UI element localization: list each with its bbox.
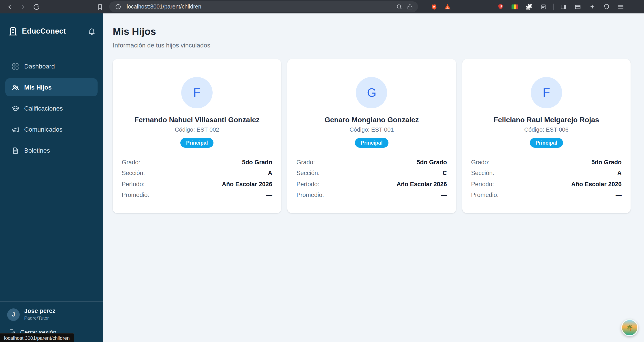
adblock-extension-button[interactable] (494, 1, 506, 12)
brave-rewards-triangle-icon (444, 4, 451, 10)
detail-value: 5do Grado (417, 158, 447, 166)
sidebar-item-mis-hijos[interactable]: Mis Hijos (5, 78, 98, 96)
extensions-puzzle-button[interactable]: 🧩 (523, 1, 535, 12)
sidebar-item-label: Comunicados (24, 126, 62, 133)
back-button[interactable] (4, 1, 15, 12)
wallet-button[interactable] (572, 1, 584, 12)
detail-label: Promedio: (296, 191, 324, 199)
detail-row-promedio: Promedio: — (296, 190, 447, 200)
page-subtitle: Información de tus hijos vinculados (113, 42, 630, 49)
detail-value: A (617, 169, 622, 177)
brand-name: EducConect (22, 27, 66, 35)
window-body: EducConect Dashboard Mis Hijos (0, 14, 644, 342)
reader-extension-button[interactable] (538, 1, 549, 12)
detail-value: Año Escolar 2026 (222, 180, 272, 188)
detail-label: Período: (471, 180, 494, 188)
browser-toolbar: localhost:3001/parent/children (0, 0, 644, 14)
bookmark-icon (96, 3, 103, 10)
child-code: Código: EST-001 (288, 126, 456, 133)
sidebar-item-label: Dashboard (24, 63, 55, 70)
document-icon (12, 146, 19, 154)
browser-actions-group (558, 1, 626, 12)
sidebar-item-boletines[interactable]: Boletines (5, 142, 98, 159)
sidebar-header: EducConect (0, 14, 103, 49)
reload-button[interactable] (30, 1, 42, 12)
detail-label: Período: (122, 180, 144, 188)
users-icon (12, 84, 19, 91)
detail-label: Promedio: (471, 191, 498, 199)
site-info-icon[interactable] (113, 2, 124, 12)
brave-rewards-button[interactable] (442, 1, 453, 12)
detail-row-seccion: Sección: A (122, 168, 272, 178)
graduation-cap-icon (12, 104, 19, 112)
status-badge: Principal (180, 138, 214, 148)
grid-icon (12, 62, 19, 70)
status-badge: Principal (355, 138, 388, 148)
toolbar-divider-2 (553, 3, 554, 10)
megaphone-icon (12, 126, 19, 133)
search-icon[interactable] (394, 2, 404, 12)
back-icon (6, 3, 13, 10)
forward-button[interactable] (17, 1, 29, 12)
bookmark-button[interactable] (94, 1, 106, 12)
child-card: F Feliciano Raul Melgarejo Rojas Código:… (462, 59, 630, 213)
detail-label: Sección: (122, 169, 145, 177)
child-avatar: F (531, 77, 562, 108)
sidebar-panel-button[interactable] (558, 1, 569, 12)
extensions-group: 🧩 (494, 1, 549, 12)
detail-value: — (441, 191, 447, 199)
forward-icon (19, 3, 27, 10)
user-role: Padre/Tutor (24, 315, 56, 322)
user-name: Jose perez (24, 308, 56, 315)
brave-shields-button[interactable] (428, 1, 440, 12)
child-avatar: G (356, 77, 387, 108)
privacy-shield-button[interactable] (600, 1, 612, 12)
sidebar-item-calificaciones[interactable]: Calificaciones (5, 100, 98, 117)
detail-row-seccion: Sección: C (296, 168, 447, 178)
detail-value: 5do Grado (242, 158, 272, 166)
child-details: Grado: 5do Grado Sección: C Período: Año… (288, 157, 456, 213)
detail-row-grado: Grado: 5do Grado (122, 157, 272, 168)
sidebar-item-label: Boletines (24, 147, 50, 154)
page-title: Mis Hijos (113, 26, 630, 38)
sidebar-item-comunicados[interactable]: Comunicados (5, 120, 98, 138)
detail-label: Sección: (471, 169, 494, 177)
flag-extension-button[interactable] (509, 1, 520, 12)
children-cards: F Fernando Nahuel Villasanti Gonzalez Có… (113, 59, 630, 213)
child-code: Código: EST-006 (462, 126, 630, 133)
child-card: G Genaro Mongiano Gonzalez Código: EST-0… (288, 59, 456, 213)
puzzle-icon: 🧩 (526, 4, 532, 10)
main-content: Mis Hijos Información de tus hijos vincu… (103, 14, 644, 342)
menu-button[interactable] (615, 1, 626, 12)
detail-row-periodo: Período: Año Escolar 2026 (296, 178, 447, 190)
child-details: Grado: 5do Grado Sección: A Período: Año… (113, 157, 281, 213)
leo-ai-button[interactable] (586, 1, 598, 12)
detail-row-grado: Grado: 5do Grado (471, 157, 622, 168)
url-text[interactable]: localhost:3001/parent/children (127, 4, 394, 10)
share-icon[interactable] (404, 2, 415, 12)
detail-label: Grado: (122, 158, 140, 166)
child-avatar: F (181, 77, 212, 108)
detail-row-periodo: Período: Año Escolar 2026 (122, 178, 272, 190)
child-details: Grado: 5do Grado Sección: A Período: Año… (462, 157, 630, 213)
building-icon (8, 26, 18, 36)
notifications-bell-button[interactable] (88, 27, 96, 35)
screen: localhost:3001/parent/children (0, 0, 644, 342)
flag-icon (511, 4, 518, 9)
address-bar[interactable]: localhost:3001/parent/children (109, 1, 418, 12)
palm-widget-button[interactable]: 🌴 (621, 319, 638, 336)
child-name: Fernando Nahuel Villasanti Gonzalez (113, 116, 281, 124)
detail-row-seccion: Sección: A (471, 168, 622, 178)
detail-value: C (442, 169, 447, 177)
detail-label: Grado: (471, 158, 490, 166)
detail-label: Sección: (296, 169, 320, 177)
child-code: Código: EST-002 (113, 126, 281, 133)
sparkle-icon (589, 3, 596, 10)
sidebar: EducConect Dashboard Mis Hijos (0, 14, 103, 342)
detail-value: — (616, 191, 622, 199)
sidebar-panel-icon (560, 3, 567, 10)
toolbar-divider (424, 3, 424, 10)
detail-value: Año Escolar 2026 (396, 180, 447, 188)
sidebar-item-dashboard[interactable]: Dashboard (5, 57, 98, 75)
wallet-card-icon (574, 3, 581, 10)
